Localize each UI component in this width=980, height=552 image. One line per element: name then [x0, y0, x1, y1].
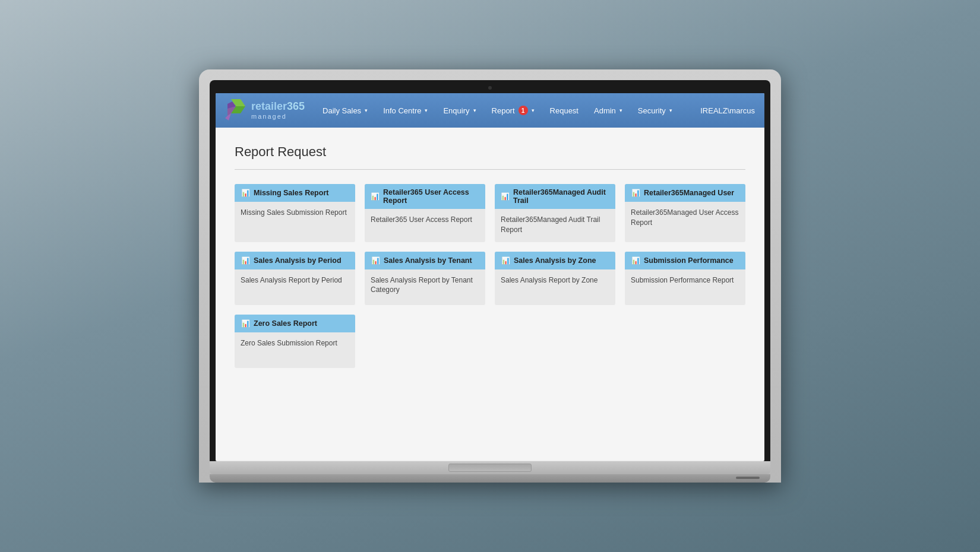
- report-icon-sales-zone: 📊: [501, 256, 510, 265]
- card-title-audit-trail: Retailer365Managed Audit Trail: [513, 188, 609, 205]
- card-header-sales-tenant: 📊 Sales Analysis by Tenant: [365, 252, 485, 269]
- nav-info-centre-caret: ▾: [425, 107, 428, 113]
- card-header-sales-period: 📊 Sales Analysis by Period: [235, 252, 355, 269]
- card-title-managed-user: Retailer365Managed User: [644, 189, 734, 197]
- report-icon-submission-perf: 📊: [631, 256, 640, 265]
- report-icon-audit-trail: 📊: [501, 192, 510, 201]
- card-body-user-access: Retailer365 User Access Report: [365, 209, 485, 232]
- card-body-sales-tenant: Sales Analysis Report by Tenant Category: [365, 269, 485, 303]
- card-title-sales-tenant: Sales Analysis by Tenant: [384, 256, 472, 265]
- nav-admin[interactable]: Admin ▾: [587, 101, 630, 120]
- brand-number: 365: [287, 100, 305, 112]
- brand-sub: managed: [251, 113, 305, 120]
- nav-request-label: Request: [550, 106, 578, 115]
- card-body-missing-sales: Missing Sales Submission Report: [235, 202, 355, 225]
- report-card-zero-sales[interactable]: 📊 Zero Sales Report Zero Sales Submissio…: [235, 315, 355, 368]
- divider: [235, 169, 745, 170]
- card-title-sales-zone: Sales Analysis by Zone: [514, 256, 596, 265]
- card-header-audit-trail: 📊 Retailer365Managed Audit Trail: [495, 184, 615, 209]
- card-header-submission-perf: 📊 Submission Performance: [625, 252, 745, 269]
- card-body-managed-user: Retailer365Managed User Access Report: [625, 202, 745, 235]
- card-title-missing-sales: Missing Sales Report: [254, 189, 328, 197]
- report-icon-sales-period: 📊: [241, 256, 250, 265]
- nav-daily-sales-caret: ▾: [365, 107, 368, 113]
- report-card-submission-perf[interactable]: 📊 Submission Performance Submission Perf…: [625, 252, 745, 305]
- card-title-zero-sales: Zero Sales Report: [254, 319, 317, 328]
- bottom-bar: [210, 474, 770, 483]
- nav-report-label: Report: [492, 106, 515, 115]
- report-card-sales-tenant[interactable]: 📊 Sales Analysis by Tenant Sales Analysi…: [365, 252, 485, 305]
- laptop-frame: retailer365 managed Daily Sales ▾ Info C…: [199, 69, 781, 483]
- report-card-sales-period[interactable]: 📊 Sales Analysis by Period Sales Analysi…: [235, 252, 355, 305]
- nav-report[interactable]: Report 1 ▾: [485, 101, 542, 120]
- nav-user: IREALZ\marcus: [700, 106, 755, 115]
- screen: retailer365 managed Daily Sales ▾ Info C…: [216, 93, 764, 461]
- report-card-sales-zone[interactable]: 📊 Sales Analysis by Zone Sales Analysis …: [495, 252, 615, 305]
- card-body-submission-perf: Submission Performance Report: [625, 269, 745, 293]
- card-title-user-access: Retailer365 User Access Report: [383, 188, 479, 205]
- camera: [488, 86, 492, 90]
- nav-report-caret: ▾: [532, 107, 535, 113]
- report-icon-missing-sales: 📊: [241, 188, 250, 198]
- page-title: Report Request: [235, 144, 745, 160]
- report-icon-sales-tenant: 📊: [371, 256, 380, 265]
- card-body-sales-zone: Sales Analysis Report by Zone: [495, 269, 615, 293]
- report-card-missing-sales[interactable]: 📊 Missing Sales Report Missing Sales Sub…: [235, 184, 355, 242]
- nav-enquiry-label: Enquiry: [443, 106, 469, 115]
- report-card-user-access[interactable]: 📊 Retailer365 User Access Report Retaile…: [365, 184, 485, 242]
- card-title-sales-period: Sales Analysis by Period: [254, 256, 342, 265]
- card-header-sales-zone: 📊 Sales Analysis by Zone: [495, 252, 615, 269]
- nav-daily-sales-label: Daily Sales: [323, 106, 361, 115]
- nav-security-caret: ▾: [669, 107, 672, 113]
- brand-word: retailer: [251, 100, 287, 112]
- logo-area: retailer365 managed: [225, 98, 305, 123]
- report-icon-zero-sales: 📊: [241, 319, 250, 328]
- reports-grid: 📊 Missing Sales Report Missing Sales Sub…: [235, 184, 745, 368]
- screen-bezel: retailer365 managed Daily Sales ▾ Info C…: [210, 80, 770, 461]
- main-content: Report Request 📊 Missing Sales Report Mi…: [216, 128, 764, 460]
- nav-info-centre-label: Info Centre: [383, 106, 421, 115]
- nav-report-badge: 1: [519, 106, 528, 115]
- report-icon-managed-user: 📊: [631, 188, 640, 198]
- navbar: retailer365 managed Daily Sales ▾ Info C…: [216, 93, 764, 128]
- card-body-zero-sales: Zero Sales Submission Report: [235, 332, 355, 356]
- nav-security-label: Security: [638, 106, 666, 115]
- card-header-zero-sales: 📊 Zero Sales Report: [235, 315, 355, 332]
- card-body-audit-trail: Retailer365Managed Audit Trail Report: [495, 209, 615, 242]
- nav-admin-label: Admin: [594, 106, 616, 115]
- nav-admin-caret: ▾: [619, 107, 622, 113]
- card-header-user-access: 📊 Retailer365 User Access Report: [365, 184, 485, 209]
- logo-icon: [225, 98, 248, 123]
- nav-request[interactable]: Request: [543, 101, 586, 120]
- report-icon-user-access: 📊: [371, 192, 380, 201]
- nav-daily-sales[interactable]: Daily Sales ▾: [315, 101, 375, 120]
- logo-text: retailer365 managed: [251, 101, 305, 120]
- nav-items: Daily Sales ▾ Info Centre ▾ Enquiry ▾: [315, 101, 700, 120]
- nav-enquiry[interactable]: Enquiry ▾: [436, 101, 483, 120]
- card-header-missing-sales: 📊 Missing Sales Report: [235, 184, 355, 202]
- laptop-base: [210, 461, 770, 474]
- trackpad: [448, 464, 532, 472]
- card-body-sales-period: Sales Analysis Report by Period: [235, 269, 355, 293]
- nav-security[interactable]: Security ▾: [631, 101, 679, 120]
- brand-name: retailer365: [251, 101, 305, 113]
- report-card-managed-user[interactable]: 📊 Retailer365Managed User Retailer365Man…: [625, 184, 745, 242]
- nav-enquiry-caret: ▾: [473, 107, 476, 113]
- card-header-managed-user: 📊 Retailer365Managed User: [625, 184, 745, 202]
- card-title-submission-perf: Submission Performance: [644, 256, 734, 265]
- nav-info-centre[interactable]: Info Centre ▾: [376, 101, 435, 120]
- report-card-audit-trail[interactable]: 📊 Retailer365Managed Audit Trail Retaile…: [495, 184, 615, 242]
